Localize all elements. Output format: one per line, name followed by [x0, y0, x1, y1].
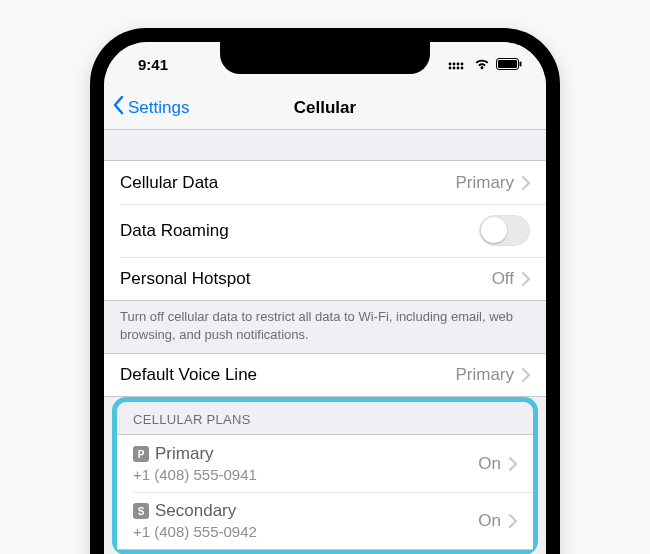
- plan-status: On: [478, 511, 501, 531]
- row-label: Personal Hotspot: [120, 269, 250, 289]
- section-header-plans: CELLULAR PLANS: [117, 402, 533, 434]
- row-label: Cellular Data: [120, 173, 218, 193]
- row-default-voice[interactable]: Default Voice Line Primary: [104, 353, 546, 397]
- back-button[interactable]: Settings: [104, 95, 189, 120]
- svg-point-7: [461, 62, 464, 65]
- plan-name: Secondary: [155, 501, 236, 521]
- group-voice: Default Voice Line Primary: [104, 353, 546, 397]
- plan-name: Primary: [155, 444, 214, 464]
- plan-badge-icon: S: [133, 503, 149, 519]
- status-time: 9:41: [138, 56, 168, 73]
- chevron-left-icon: [112, 95, 124, 120]
- svg-rect-9: [498, 60, 517, 68]
- group-cellular: Cellular Data Primary Data Roaming: [104, 160, 546, 301]
- row-cellular-data[interactable]: Cellular Data Primary: [104, 160, 546, 204]
- row-value: Primary: [455, 173, 514, 193]
- row-personal-hotspot[interactable]: Personal Hotspot Off: [104, 257, 546, 301]
- row-label: Default Voice Line: [120, 365, 257, 385]
- content: Cellular Data Primary Data Roaming: [104, 130, 546, 554]
- signal-icon: [448, 56, 468, 73]
- svg-point-3: [461, 66, 464, 69]
- group-footer: Turn off cellular data to restrict all d…: [104, 301, 546, 353]
- chevron-right-icon: [509, 514, 517, 528]
- wifi-icon: [474, 56, 490, 73]
- svg-point-4: [449, 62, 452, 65]
- screen: 9:41 Settings Cellular: [104, 42, 546, 554]
- notch: [220, 42, 430, 74]
- row-value: Off: [492, 269, 514, 289]
- status-icons: [448, 56, 522, 73]
- cellular-plans-highlight: CELLULAR PLANS P Primary +1 (408) 555-09…: [112, 397, 538, 554]
- svg-point-5: [453, 62, 456, 65]
- plan-number: +1 (408) 555-0941: [133, 466, 257, 483]
- chevron-right-icon: [522, 272, 530, 286]
- svg-point-1: [453, 66, 456, 69]
- plan-number: +1 (408) 555-0942: [133, 523, 257, 540]
- svg-point-6: [457, 62, 460, 65]
- toggle-data-roaming[interactable]: [479, 215, 530, 246]
- chevron-right-icon: [522, 368, 530, 382]
- row-plan-secondary[interactable]: S Secondary +1 (408) 555-0942 On: [117, 492, 533, 550]
- plan-badge-icon: P: [133, 446, 149, 462]
- row-label: Data Roaming: [120, 221, 229, 241]
- row-data-roaming[interactable]: Data Roaming: [104, 204, 546, 257]
- svg-point-0: [449, 66, 452, 69]
- svg-point-2: [457, 66, 460, 69]
- battery-icon: [496, 56, 522, 73]
- nav-bar: Settings Cellular: [104, 86, 546, 130]
- row-plan-primary[interactable]: P Primary +1 (408) 555-0941 On: [117, 434, 533, 492]
- plan-status: On: [478, 454, 501, 474]
- phone-frame: 9:41 Settings Cellular: [90, 28, 560, 554]
- group-plans: P Primary +1 (408) 555-0941 On: [117, 434, 533, 550]
- back-label: Settings: [128, 98, 189, 118]
- chevron-right-icon: [522, 176, 530, 190]
- svg-rect-10: [520, 61, 522, 66]
- chevron-right-icon: [509, 457, 517, 471]
- row-value: Primary: [455, 365, 514, 385]
